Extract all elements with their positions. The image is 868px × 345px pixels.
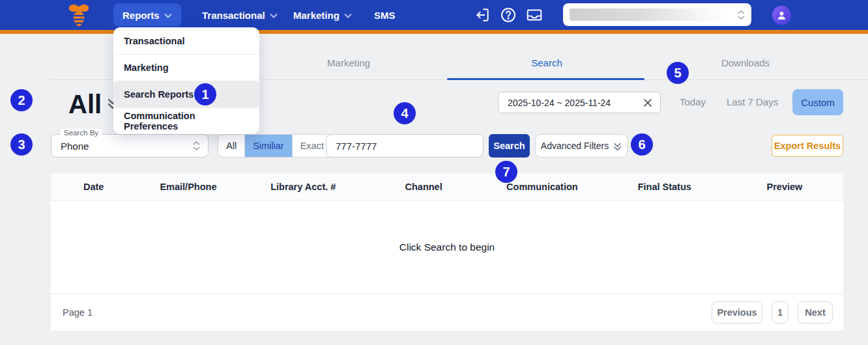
double-chevron-down-icon (613, 143, 622, 151)
match-mode-similiar[interactable]: Similiar (244, 135, 292, 157)
tab-downloads[interactable]: Downloads (721, 57, 770, 68)
reports-dropdown-menu: Transactional Marketing Search Reports C… (113, 27, 259, 134)
column-header-channel: Channel (366, 182, 481, 192)
nav-item-sms[interactable]: SMS (365, 3, 405, 27)
column-header-preview: Preview (726, 182, 843, 192)
account-select[interactable] (563, 3, 751, 26)
exit-icon[interactable] (474, 7, 491, 23)
menu-item-search-reports[interactable]: Search Reports (113, 81, 259, 107)
next-page-button[interactable]: Next (798, 301, 833, 324)
column-header-date: Date (51, 182, 136, 192)
search-by-label: Search By (61, 129, 102, 137)
preset-last-7-days[interactable]: Last 7 Days (727, 96, 778, 107)
match-mode-all[interactable]: All (218, 135, 244, 157)
tab-search[interactable]: Search (531, 57, 562, 68)
annotation-badge-4: 4 (394, 102, 416, 124)
column-header-communication: Communication (481, 182, 603, 192)
annotation-badge-7: 7 (495, 161, 517, 183)
previous-page-button[interactable]: Previous (712, 301, 762, 324)
menu-item-communication-preferences[interactable]: Communication Preferences (113, 107, 259, 134)
account-select-value-redacted (570, 8, 730, 21)
search-by-select[interactable]: Search By Phone (51, 134, 209, 158)
column-header-final-status: Final Status (603, 182, 726, 192)
chevron-down-icon (270, 13, 278, 18)
advanced-filters-button[interactable]: Advanced Filters (535, 134, 628, 158)
help-icon[interactable] (500, 7, 517, 23)
page-title-text: All (68, 90, 102, 119)
preset-today[interactable]: Today (680, 96, 706, 107)
table-empty-body: Click Search to begin (51, 200, 843, 294)
search-query-input[interactable]: 777-7777 (326, 134, 484, 158)
bee-logo-icon[interactable] (66, 3, 91, 27)
advanced-filters-label: Advanced Filters (541, 141, 609, 151)
annotation-badge-5: 5 (667, 62, 689, 84)
nav-item-sms-label: SMS (374, 10, 396, 21)
app-screen: Reports Transactional Marketing SMS (0, 0, 868, 345)
date-range-input[interactable]: 2025-10-24 ~ 2025-11-24 (498, 92, 661, 113)
menu-item-marketing[interactable]: Marketing (113, 54, 259, 81)
select-updown-icon (193, 141, 200, 150)
select-updown-icon (738, 10, 745, 20)
page-number-button[interactable]: 1 (772, 301, 788, 324)
nav-item-marketing[interactable]: Marketing (284, 3, 361, 27)
active-tab-underline (447, 78, 644, 80)
search-by-value: Phone (61, 141, 185, 152)
table-footer: Page 1 Previous 1 Next (51, 294, 843, 330)
table-header-row: Date Email/Phone Library Acct. # Channel… (51, 173, 843, 200)
inbox-icon[interactable] (526, 7, 543, 23)
nav-item-reports[interactable]: Reports (113, 3, 181, 27)
menu-item-transactional[interactable]: Transactional (113, 27, 259, 54)
top-navbar: Reports Transactional Marketing SMS (0, 0, 868, 30)
user-avatar[interactable] (772, 6, 791, 25)
empty-state-message: Click Search to begin (399, 242, 495, 253)
page-label: Page 1 (63, 307, 702, 318)
annotation-badge-3: 3 (10, 133, 33, 156)
clear-date-icon[interactable] (643, 98, 652, 107)
annotation-badge-6: 6 (631, 133, 653, 156)
search-query-value: 777-7777 (336, 141, 377, 152)
annotation-badge-2: 2 (10, 89, 33, 111)
nav-item-reports-label: Reports (123, 10, 160, 21)
results-table: Date Email/Phone Library Acct. # Channel… (51, 173, 843, 331)
preset-custom[interactable]: Custom (792, 89, 843, 115)
annotation-badge-1: 1 (194, 83, 216, 105)
chevron-down-icon (164, 13, 172, 18)
column-header-library-acct: Library Acct. # (240, 182, 366, 192)
date-range-value: 2025-10-24 ~ 2025-11-24 (508, 98, 643, 108)
nav-item-transactional[interactable]: Transactional (193, 3, 287, 27)
tab-marketing[interactable]: Marketing (327, 57, 370, 68)
page-title[interactable]: All (68, 86, 118, 119)
chevron-down-icon (344, 13, 352, 18)
match-mode-segmented-control: All Similiar Exact (218, 134, 332, 158)
column-header-email-phone: Email/Phone (136, 182, 240, 192)
nav-item-marketing-label: Marketing (293, 10, 340, 21)
nav-item-transactional-label: Transactional (202, 10, 265, 21)
search-button[interactable]: Search (489, 134, 530, 158)
export-results-button[interactable]: Export Results (772, 135, 843, 157)
